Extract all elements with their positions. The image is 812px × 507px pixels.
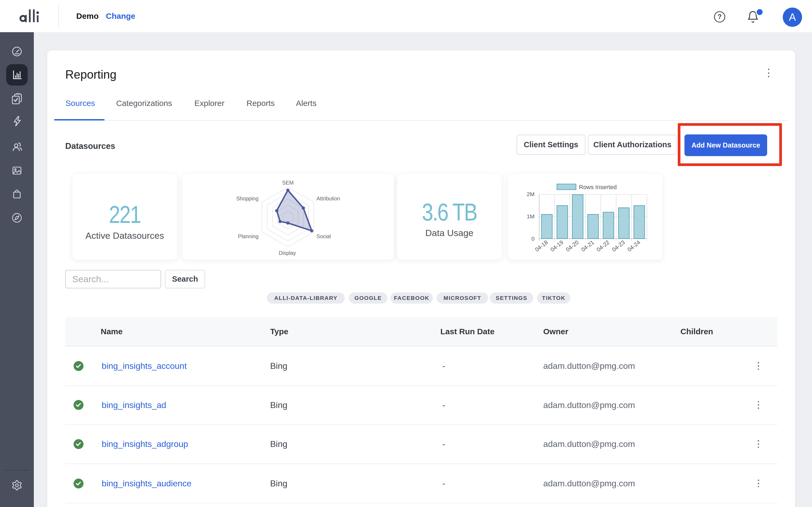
svg-text:04-23: 04-23 <box>611 239 626 253</box>
svg-text:04-20: 04-20 <box>565 239 580 253</box>
svg-text:SEM: SEM <box>282 180 294 186</box>
svg-text:Planning: Planning <box>238 233 258 239</box>
svg-text:04-22: 04-22 <box>595 239 610 253</box>
svg-text:0: 0 <box>531 235 535 242</box>
svg-text:04-21: 04-21 <box>580 239 595 253</box>
svg-text:04-24: 04-24 <box>626 239 642 253</box>
svg-text:Display: Display <box>279 250 296 256</box>
svg-text:Attribution: Attribution <box>317 195 340 202</box>
svg-text:2M: 2M <box>527 191 535 197</box>
svg-text:1M: 1M <box>527 213 535 219</box>
svg-text:04-18: 04-18 <box>534 239 549 253</box>
svg-text:Rows Inserted: Rows Inserted <box>579 184 617 190</box>
svg-text:04-19: 04-19 <box>549 239 564 253</box>
svg-text:Shopping: Shopping <box>236 195 259 202</box>
svg-text:Social: Social <box>317 233 331 239</box>
